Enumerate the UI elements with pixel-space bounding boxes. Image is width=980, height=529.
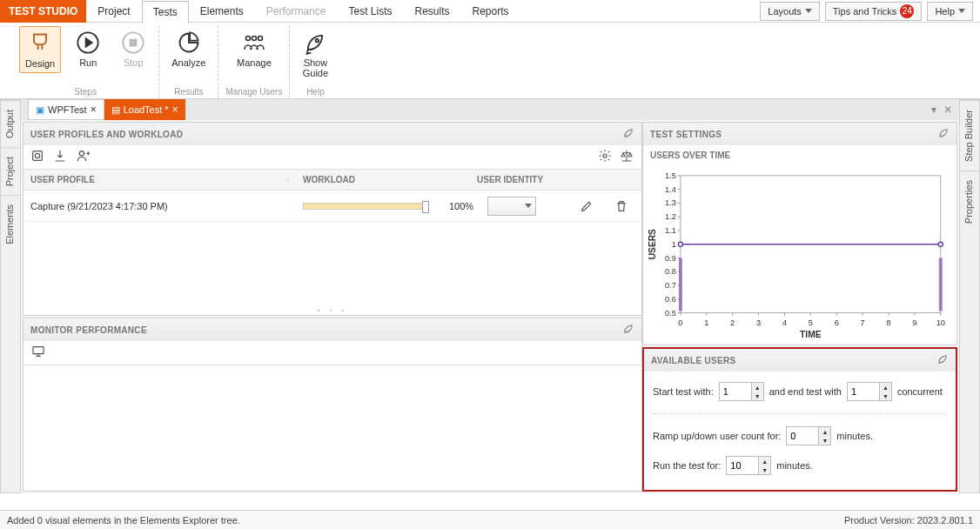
spin-down-icon[interactable]: ▼ (880, 392, 891, 400)
tips-badge: 24 (900, 4, 914, 18)
ribbon-group-results-caption: Results (166, 87, 211, 98)
ramp-stepper[interactable]: ▲▼ (786, 426, 831, 445)
brush-icon (27, 30, 53, 57)
ribbon-guide-button[interactable]: Show Guide (297, 26, 333, 82)
doc-tab-label: WPFTest (48, 104, 87, 115)
spin-up-icon[interactable]: ▲ (759, 457, 770, 465)
svg-rect-7 (33, 151, 43, 161)
ribbon-run-label: Run (79, 57, 97, 68)
menu-tab-tests[interactable]: Tests (142, 1, 189, 23)
gear-icon[interactable] (598, 149, 612, 165)
doc-tab-label: LoadTest * (124, 104, 169, 115)
spin-down-icon[interactable]: ▼ (759, 465, 770, 474)
doc-icon: ▣ (36, 104, 44, 116)
svg-rect-59 (679, 258, 682, 311)
workload-slider[interactable] (303, 203, 425, 210)
ribbon-guide-label2: Guide (303, 68, 328, 78)
col-workload: WORKLOAD (296, 170, 470, 190)
monitor-icon[interactable] (30, 345, 46, 361)
edit-icon[interactable] (574, 193, 600, 219)
svg-text:3: 3 (756, 318, 761, 327)
menu-tab-reports[interactable]: Reports (460, 0, 520, 23)
svg-text:2: 2 (730, 318, 735, 327)
ribbon-design-button[interactable]: Design (19, 26, 61, 73)
menu-tab-elements[interactable]: Elements (189, 0, 255, 23)
ribbon-stop-label: Stop (124, 57, 144, 68)
tab-menu-icon[interactable]: ▾ (931, 104, 936, 116)
monitor-toolbar (23, 341, 641, 365)
start-users-input[interactable] (720, 383, 751, 400)
document-tab-bar: ▣ WPFTest × ▤ LoadTest * × ▾ ✕ (21, 99, 959, 120)
run-stepper[interactable]: ▲▼ (726, 456, 771, 475)
workload-percent: 100% (442, 201, 480, 211)
run-row: Run the test for: ▲▼ minutes. (653, 456, 947, 475)
close-all-icon[interactable]: ✕ (943, 104, 952, 116)
side-tab-step-builder[interactable]: Step Builder (960, 100, 979, 171)
close-icon[interactable]: × (172, 104, 178, 116)
svg-point-58 (938, 242, 943, 246)
menu-tab-results[interactable]: Results (403, 0, 460, 23)
import-icon[interactable] (53, 149, 67, 165)
help-button[interactable]: Help (927, 2, 973, 21)
spin-down-icon[interactable]: ▼ (819, 436, 830, 445)
product-version: Product Version: 2023.2.801.1 (844, 515, 973, 526)
chart-subtitle: USERS OVER TIME (643, 145, 957, 165)
ribbon-stop-button: Stop (115, 26, 151, 73)
rocket-icon[interactable] (937, 127, 950, 141)
rocket-icon[interactable] (936, 353, 949, 367)
layouts-button[interactable]: Layouts (760, 2, 820, 21)
ramp-input[interactable] (787, 427, 818, 445)
menu-tab-testlists[interactable]: Test Lists (337, 0, 403, 23)
user-add-icon[interactable] (76, 149, 91, 165)
end-users-stepper[interactable]: ▲▼ (847, 382, 892, 401)
menu-tab-performance[interactable]: Performance (255, 0, 338, 23)
divider (653, 413, 947, 414)
spin-down-icon[interactable]: ▼ (752, 392, 763, 400)
svg-text:1.2: 1.2 (665, 212, 676, 221)
doc-tab-wpftest[interactable]: ▣ WPFTest × (28, 99, 104, 120)
run-label: Run the test for: (653, 460, 721, 471)
main-menu-bar: TEST STUDIO Project Tests Elements Perfo… (0, 0, 980, 23)
run-input[interactable] (727, 457, 758, 474)
spin-up-icon[interactable]: ▲ (752, 383, 763, 392)
identity-dropdown[interactable] (487, 197, 536, 216)
svg-point-57 (678, 242, 682, 246)
side-tab-properties[interactable]: Properties (960, 171, 979, 232)
rocket-icon[interactable] (622, 127, 634, 141)
rocket-icon[interactable] (622, 323, 634, 337)
side-tab-elements[interactable]: Elements (1, 195, 20, 253)
start-users-stepper[interactable]: ▲▼ (719, 382, 764, 401)
panel-title: AVAILABLE USERS (651, 356, 735, 365)
play-icon (75, 30, 101, 56)
filter-icon[interactable] (280, 170, 296, 190)
ribbon-group-help-caption: Help (297, 87, 333, 98)
svg-text:0.6: 0.6 (665, 295, 676, 304)
spin-up-icon[interactable]: ▲ (819, 427, 830, 436)
panel-title: USER PROFILES AND WORKLOAD (30, 130, 183, 139)
piechart-icon (176, 30, 202, 56)
svg-text:6: 6 (835, 318, 839, 327)
ribbon-run-button[interactable]: Run (70, 26, 106, 73)
layouts-label: Layouts (768, 6, 802, 17)
delete-icon[interactable] (608, 193, 634, 219)
ribbon-analyze-button[interactable]: Analyze (166, 26, 211, 71)
profile-row[interactable]: Capture (9/21/2023 4:17:30 PM) 100% (23, 191, 641, 222)
balance-icon[interactable] (619, 149, 634, 165)
spin-up-icon[interactable]: ▲ (880, 383, 891, 392)
svg-text:USERS: USERS (648, 229, 657, 259)
help-label: Help (935, 6, 955, 17)
side-tab-output[interactable]: Output (1, 100, 20, 147)
svg-text:9: 9 (912, 318, 916, 327)
end-users-input[interactable] (848, 383, 879, 400)
close-icon[interactable]: × (91, 104, 97, 116)
doc-tab-loadtest[interactable]: ▤ LoadTest * × (104, 99, 185, 120)
user-profiles-panel: USER PROFILES AND WORKLOAD (23, 122, 642, 316)
tips-button[interactable]: Tips and Tricks24 (825, 2, 923, 21)
menu-tab-project[interactable]: Project (86, 0, 141, 23)
ribbon-manage-button[interactable]: Manage (232, 26, 277, 71)
capture-icon[interactable] (30, 149, 44, 165)
side-tab-project[interactable]: Project (1, 147, 20, 195)
main-area: ▣ WPFTest × ▤ LoadTest * × ▾ ✕ USER PROF… (21, 99, 959, 493)
concurrent-label: concurrent (897, 386, 943, 397)
resize-handle[interactable]: • • • (23, 306, 641, 315)
